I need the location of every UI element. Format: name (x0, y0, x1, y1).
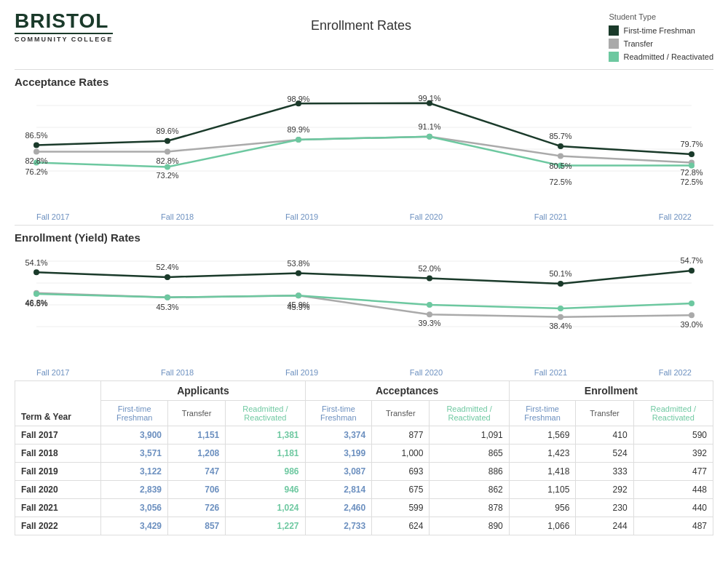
yield-x-label-3: Fall 2020 (410, 368, 443, 377)
legend-label-transfer: Transfer (623, 39, 653, 48)
readmit-yield-label-0: 46.5% (25, 299, 47, 308)
legend-label-ftf: First-time Freshman (623, 26, 695, 35)
data-cell: 1,105 (509, 481, 576, 499)
data-cell: 726 (167, 499, 225, 517)
data-cell: 890 (430, 517, 509, 535)
logo-bristol: BRISTOL (15, 11, 113, 31)
data-cell: 487 (633, 517, 713, 535)
readmit-yield-dot-4 (558, 306, 563, 311)
ftf-yield-dot-4 (558, 281, 563, 287)
x-label-3: Fall 2020 (410, 212, 443, 221)
readmit-yield-dot-5 (689, 300, 695, 306)
data-cell: 862 (430, 481, 509, 499)
transfer-yield-label-3: 39.3% (418, 319, 440, 327)
data-cell: 3,571 (101, 445, 168, 463)
yield-rates-title: Enrollment (Yield) Rates (15, 225, 713, 247)
table-row: Fall 20183,5711,2081,1813,1991,0008651,4… (15, 445, 713, 463)
data-cell: 1,569 (509, 426, 576, 445)
legend-item-readmit: Readmitted / Reactivated (609, 52, 713, 62)
x-label-5: Fall 2022 (659, 212, 692, 221)
ftf-yield-dot-0 (33, 269, 39, 275)
data-cell: 3,122 (101, 463, 168, 481)
enr-readmit-header: Readmitted /Reactivated (633, 401, 713, 426)
readmit-yield-dot-3 (427, 302, 432, 308)
readmit-label-5: 72.5% (680, 178, 703, 186)
transfer-yield-label-1: 45.3% (156, 303, 178, 311)
ftf-dot-4 (558, 143, 563, 149)
app-readmit-header: Readmitted /Reactivated (226, 401, 305, 426)
data-cell: 878 (430, 499, 509, 517)
ftf-yield-dot-1 (165, 274, 170, 280)
page-title: Enrollment Rates (113, 18, 609, 33)
acceptance-rates-section: Acceptance Rates (0, 69, 728, 221)
transfer-label-4: 80.5% (549, 162, 571, 170)
transfer-label-0: 82.8% (25, 156, 47, 165)
ftf-label-5: 79.7% (680, 140, 703, 148)
term-cell: Fall 2022 (15, 517, 101, 535)
transfer-yield-dot-3 (427, 311, 432, 317)
legend-item-ftf: First-time Freshman (609, 25, 713, 36)
data-cell: 693 (372, 463, 430, 481)
x-label-2: Fall 2019 (285, 212, 318, 221)
readmit-dot-2 (296, 137, 301, 143)
yield-x-label-0: Fall 2017 (36, 368, 69, 377)
readmit-dot-3 (427, 134, 432, 140)
app-transfer-header: Transfer (167, 401, 225, 426)
legend-label-readmit: Readmitted / Reactivated (623, 52, 713, 61)
data-cell: 1,024 (226, 499, 305, 517)
header: BRISTOL COMMUNITY COLLEGE Enrollment Rat… (0, 0, 728, 65)
data-cell: 410 (576, 426, 633, 445)
yield-x-axis: Fall 2017 Fall 2018 Fall 2019 Fall 2020 … (15, 368, 713, 377)
enr-ftf-header: First-timeFreshman (509, 401, 576, 426)
readmit-label-1: 73.2% (156, 171, 178, 180)
table-row: Fall 20173,9001,1511,3813,3748771,0911,5… (15, 426, 713, 445)
ftf-yield-dot-5 (689, 268, 695, 274)
transfer-yield-label-4: 38.4% (549, 322, 571, 330)
data-cell: 1,151 (167, 426, 225, 445)
data-cell: 956 (509, 499, 576, 517)
transfer-label-3: 91.1% (418, 122, 440, 131)
data-cell: 2,733 (305, 517, 372, 535)
data-cell: 857 (167, 517, 225, 535)
ftf-yield-label-4: 50.1% (549, 269, 571, 278)
table-row: Fall 20202,8397069462,8146758621,1052924… (15, 481, 713, 499)
transfer-label-2: 89.9% (287, 125, 309, 134)
data-cell: 3,374 (305, 426, 372, 445)
acc-ftf-header: First-timeFreshman (305, 401, 372, 426)
transfer-yield-label-5: 39.0% (680, 320, 703, 329)
transfer-label-5: 72.8% (680, 168, 703, 177)
enr-transfer-header: Transfer (576, 401, 633, 426)
ftf-yield-label-5: 54.7% (680, 256, 703, 265)
data-cell: 1,181 (226, 445, 305, 463)
x-label-0: Fall 2017 (36, 212, 69, 221)
applicants-group-header: Applicants (101, 381, 305, 401)
logo: BRISTOL COMMUNITY COLLEGE (15, 11, 113, 43)
data-cell: 747 (167, 463, 225, 481)
ftf-acceptance-line (36, 103, 692, 154)
readmit-yield-dot-1 (165, 295, 170, 300)
data-cell: 865 (430, 445, 509, 463)
readmit-label-4: 72.5% (549, 178, 571, 186)
transfer-label-1: 82.8% (156, 156, 178, 165)
data-cell: 292 (576, 481, 633, 499)
data-cell: 2,460 (305, 499, 372, 517)
yield-x-label-5: Fall 2022 (659, 368, 692, 377)
data-cell: 877 (372, 426, 430, 445)
ftf-label-2: 98.9% (287, 95, 309, 103)
app-ftf-header: First-timeFreshman (101, 401, 168, 426)
data-table: Term & Year Applicants Acceptances Enrol… (15, 380, 713, 535)
data-cell: 440 (633, 499, 713, 517)
data-cell: 706 (167, 481, 225, 499)
transfer-acceptance-line (36, 137, 692, 163)
term-cell: Fall 2020 (15, 481, 101, 499)
ftf-yield-dot-2 (296, 270, 301, 276)
ftf-dot-1 (165, 138, 170, 144)
data-cell: 3,429 (101, 517, 168, 535)
readmit-yield-label-2: 45.9% (287, 303, 309, 311)
yield-x-label-2: Fall 2019 (285, 368, 318, 377)
ftf-yield-dot-3 (427, 276, 432, 282)
data-cell: 1,418 (509, 463, 576, 481)
data-cell: 244 (576, 517, 633, 535)
transfer-dot-1 (165, 148, 170, 154)
legend-swatch-readmit (609, 52, 619, 62)
